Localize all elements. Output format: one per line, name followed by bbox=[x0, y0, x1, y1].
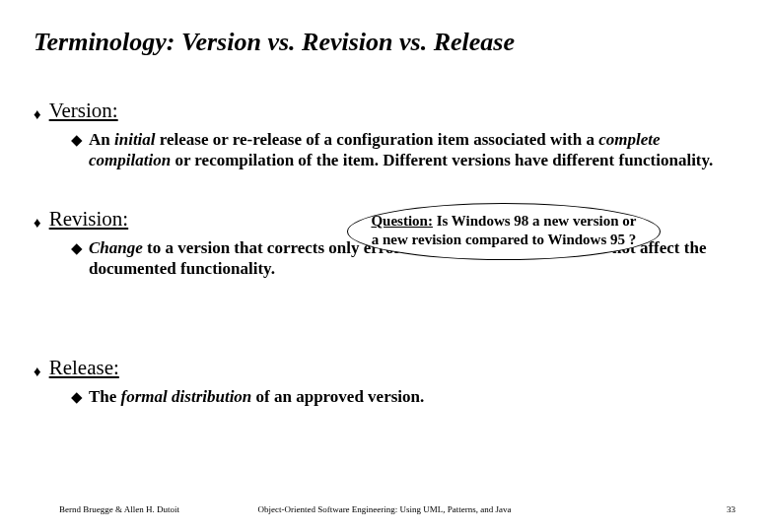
question-callout: Question: Is Windows 98 a new version or… bbox=[347, 203, 661, 260]
section-head-release: Release: bbox=[49, 356, 119, 380]
footer: Bernd Bruegge & Allen H. Dutoit Object-O… bbox=[0, 504, 769, 514]
footer-page: 33 bbox=[727, 504, 735, 514]
diamond-bullet-icon: ♦ bbox=[34, 107, 41, 122]
sub-bullet-icon: ◆ bbox=[71, 239, 83, 257]
section-head-version: Version: bbox=[49, 99, 118, 123]
footer-title: Object-Oriented Software Engineering: Us… bbox=[257, 504, 511, 514]
section-release: ♦ Release: ◆ The formal distribution of … bbox=[34, 356, 735, 407]
diamond-bullet-icon: ♦ bbox=[34, 365, 41, 379]
sub-bullet-icon: ◆ bbox=[71, 388, 83, 406]
version-body: An initial release or re-release of a co… bbox=[89, 129, 735, 171]
diamond-bullet-icon: ♦ bbox=[34, 216, 41, 231]
section-head-revision: Revision: bbox=[49, 207, 129, 232]
sub-bullet-icon: ◆ bbox=[71, 131, 83, 149]
section-version: ♦ Version: ◆ An initial release or re-re… bbox=[34, 99, 735, 171]
callout-label: Question: bbox=[371, 213, 433, 229]
page-title: Terminology: Version vs. Revision vs. Re… bbox=[34, 28, 735, 57]
slide: Terminology: Version vs. Revision vs. Re… bbox=[0, 0, 769, 532]
release-body: The formal distribution of an approved v… bbox=[89, 386, 424, 407]
footer-author: Bernd Bruegge & Allen H. Dutoit bbox=[59, 504, 179, 514]
